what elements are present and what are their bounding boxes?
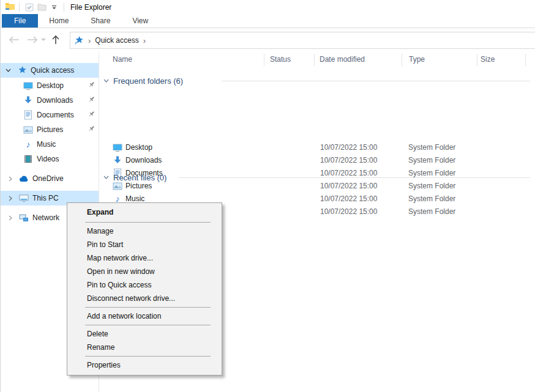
chevron-down-icon[interactable]	[3, 68, 13, 72]
up-button[interactable]	[48, 32, 63, 47]
sidebar-item-label: This PC	[32, 194, 59, 202]
sidebar-item-label: Documents	[37, 111, 74, 119]
sidebar-item-music[interactable]: ♪ Music	[1, 137, 99, 152]
group-label: Frequent folders (6)	[113, 76, 183, 86]
desktop-icon	[113, 142, 122, 152]
sidebar-item-label: Videos	[37, 155, 59, 163]
titlebar-separator	[64, 3, 64, 12]
menu-item-pin-to-start[interactable]: Pin to Start	[67, 238, 222, 251]
music-icon: ♪	[23, 139, 33, 149]
recent-locations-chevron-icon[interactable]	[39, 32, 48, 47]
titlebar-separator	[19, 3, 20, 12]
downloads-icon	[113, 155, 122, 165]
file-explorer-icon	[5, 1, 15, 13]
file-date-modified: 10/07/2022 15:00	[320, 154, 377, 167]
column-separator[interactable]	[402, 54, 402, 66]
sidebar-item-documents[interactable]: Documents	[1, 108, 99, 122]
chevron-right-icon[interactable]	[6, 176, 15, 182]
pictures-icon	[23, 125, 33, 135]
menu-item-rename[interactable]: Rename	[67, 341, 222, 354]
breadcrumb-chevron-icon: ›	[88, 36, 91, 45]
sidebar-item-label: OneDrive	[32, 174, 64, 183]
sidebar-item-pictures[interactable]: Pictures	[1, 122, 99, 137]
pin-icon[interactable]	[88, 110, 95, 120]
sidebar-item-label: Network	[32, 213, 59, 222]
sidebar-item-onedrive[interactable]: OneDrive	[1, 171, 99, 186]
quick-access-star-icon	[17, 65, 27, 75]
chevron-right-icon[interactable]	[6, 196, 15, 201]
properties-quick-button[interactable]	[23, 2, 36, 13]
column-header-size[interactable]: Size	[481, 51, 495, 67]
column-header-name[interactable]: Name	[113, 51, 132, 67]
sidebar-item-label: Quick access	[31, 66, 74, 75]
column-separator[interactable]	[264, 54, 264, 66]
menu-item-open-in-new-window[interactable]: Open in new window	[67, 265, 222, 278]
column-separator[interactable]	[314, 54, 315, 66]
chevron-down-icon	[103, 79, 109, 83]
column-separator[interactable]	[477, 54, 477, 66]
file-explorer-window: File Explorer File Home Share View › Qui…	[0, 0, 535, 392]
breadcrumb-quick-access[interactable]: Quick access	[95, 36, 138, 45]
navigation-bar: › Quick access ›	[1, 28, 535, 51]
address-bar[interactable]: › Quick access ›	[70, 32, 535, 49]
file-type: System Folder	[408, 180, 455, 193]
menu-separator	[85, 222, 211, 223]
customize-toolbar-chevron-icon[interactable]	[48, 2, 60, 13]
pin-icon[interactable]	[88, 125, 95, 135]
new-folder-quick-button[interactable]	[36, 2, 48, 13]
group-rule	[222, 81, 530, 81]
file-date-modified: 10/07/2022 15:00	[320, 141, 377, 154]
tab-view[interactable]: View	[121, 14, 159, 28]
menu-item-manage[interactable]: Manage	[67, 224, 222, 238]
network-icon	[19, 213, 29, 223]
column-header-status[interactable]: Status	[270, 51, 291, 67]
quick-access-star-icon	[74, 35, 84, 45]
back-button[interactable]	[7, 32, 21, 47]
pin-icon[interactable]	[88, 81, 95, 91]
sidebar-item-downloads[interactable]: Downloads	[1, 93, 99, 108]
this-pc-context-menu: Expand Manage Pin to Start Map network d…	[67, 202, 222, 375]
group-frequent-folders[interactable]: Frequent folders (6)	[103, 75, 183, 87]
group-label: Recent files (0)	[113, 173, 166, 182]
file-type: System Folder	[408, 193, 455, 205]
desktop-icon	[23, 81, 33, 91]
menu-item-map-network-drive[interactable]: Map network drive...	[67, 251, 222, 265]
file-type: System Folder	[408, 141, 455, 154]
file-row-downloads[interactable]: Downloads 10/07/2022 15:00 System Folder	[99, 154, 535, 167]
breadcrumb-chevron-icon[interactable]: ›	[143, 36, 146, 45]
forward-button[interactable]	[25, 32, 40, 47]
menu-separator	[85, 356, 211, 357]
file-name: Downloads	[125, 154, 162, 167]
file-date-modified: 10/07/2022 15:00	[320, 193, 377, 205]
tab-file[interactable]: File	[2, 14, 38, 28]
pin-icon[interactable]	[88, 95, 95, 105]
sidebar-item-desktop[interactable]: Desktop	[1, 78, 99, 93]
column-separator[interactable]	[525, 54, 526, 66]
sidebar-item-videos[interactable]: Videos	[1, 152, 99, 166]
tab-home[interactable]: Home	[38, 14, 80, 28]
this-pc-icon	[19, 193, 29, 203]
chevron-down-icon	[103, 176, 109, 179]
menu-item-add-network-location[interactable]: Add a network location	[67, 309, 222, 323]
group-recent-files[interactable]: Recent files (0)	[103, 171, 166, 183]
menu-item-pin-to-quick-access[interactable]: Pin to Quick access	[67, 278, 222, 292]
tab-share[interactable]: Share	[80, 14, 121, 28]
menu-item-delete[interactable]: Delete	[67, 327, 222, 341]
menu-item-properties[interactable]: Properties	[67, 358, 222, 372]
downloads-icon	[23, 95, 33, 105]
menu-item-expand[interactable]: Expand	[67, 204, 222, 220]
title-bar: File Explorer	[1, 0, 535, 14]
column-header-date-modified[interactable]: Date modified	[320, 51, 365, 67]
file-type: System Folder	[408, 154, 455, 167]
menu-item-disconnect-network-drive[interactable]: Disconnect network drive...	[67, 292, 222, 305]
group-rule	[179, 177, 530, 178]
chevron-right-icon[interactable]	[6, 215, 15, 221]
column-header-type[interactable]: Type	[409, 51, 425, 67]
menu-separator	[85, 325, 211, 325]
sidebar-item-quick-access[interactable]: Quick access	[1, 63, 99, 78]
sidebar-item-label: Music	[37, 140, 56, 149]
menu-separator	[85, 307, 211, 308]
file-row-desktop[interactable]: Desktop 10/07/2022 15:00 System Folder	[99, 141, 535, 154]
sidebar-item-label: Pictures	[37, 125, 63, 134]
file-date-modified: 10/07/2022 15:00	[320, 205, 377, 218]
